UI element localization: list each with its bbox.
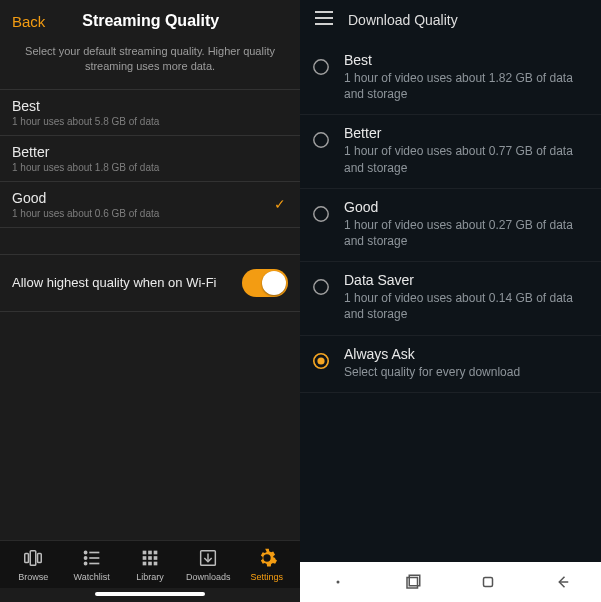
quality-option-better[interactable]: Better 1 hour uses about 1.8 GB of data (0, 135, 300, 181)
radio-unchecked-icon (312, 205, 330, 227)
tab-bar: Browse Watchlist Library (0, 540, 300, 588)
svg-rect-2 (38, 553, 42, 562)
nav-recents-icon[interactable] (393, 572, 433, 592)
header: Back Streaming Quality (0, 0, 300, 40)
option-name: Best (12, 98, 288, 114)
svg-point-25 (314, 207, 328, 221)
appbar-title: Download Quality (348, 12, 458, 28)
gear-icon (256, 547, 278, 569)
home-indicator (95, 592, 205, 596)
option-name: Good (344, 199, 585, 215)
svg-point-28 (317, 357, 324, 364)
option-sub: 1 hour of video uses about 0.27 GB of da… (344, 217, 585, 249)
quality-option-good[interactable]: Good 1 hour uses about 0.6 GB of data ✓ (0, 181, 300, 228)
page-description: Select your default streaming quality. H… (0, 40, 300, 89)
svg-rect-32 (484, 578, 493, 587)
tab-label: Downloads (186, 572, 231, 582)
svg-rect-17 (154, 562, 158, 566)
library-icon (139, 547, 161, 569)
option-sub: 1 hour of video uses about 0.77 GB of da… (344, 143, 585, 175)
svg-rect-15 (143, 562, 147, 566)
downloads-icon (197, 547, 219, 569)
radio-unchecked-icon (312, 58, 330, 80)
quality-option-best[interactable]: Best 1 hour uses about 5.8 GB of data (0, 89, 300, 135)
option-sub: Select quality for every download (344, 364, 585, 380)
svg-point-23 (314, 60, 328, 74)
app-bar: Download Quality (300, 0, 601, 42)
tab-browse[interactable]: Browse (5, 547, 61, 582)
wifi-quality-row[interactable]: Allow highest quality when on Wi-Fi (0, 254, 300, 312)
download-option-always-ask[interactable]: Always Ask Select quality for every down… (300, 336, 601, 393)
svg-rect-9 (143, 551, 147, 555)
download-option-data-saver[interactable]: Data Saver 1 hour of video uses about 0.… (300, 262, 601, 335)
checkmark-icon: ✓ (274, 196, 286, 212)
nav-menu-icon[interactable] (318, 572, 358, 592)
tab-downloads[interactable]: Downloads (180, 547, 236, 582)
svg-point-7 (84, 562, 86, 564)
page-title: Streaming Quality (13, 12, 288, 30)
tab-library[interactable]: Library (122, 547, 178, 582)
svg-point-26 (314, 280, 328, 294)
android-nav-bar (300, 562, 601, 602)
option-sub: 1 hour uses about 1.8 GB of data (12, 162, 288, 173)
ios-screen: Back Streaming Quality Select your defau… (0, 0, 300, 602)
svg-rect-12 (143, 556, 147, 560)
svg-rect-16 (148, 562, 152, 566)
radio-unchecked-icon (312, 131, 330, 153)
wifi-label: Allow highest quality when on Wi-Fi (12, 275, 216, 290)
browse-icon (22, 547, 44, 569)
option-name: Better (12, 144, 288, 160)
option-name: Good (12, 190, 288, 206)
svg-rect-0 (30, 551, 36, 566)
option-name: Better (344, 125, 585, 141)
download-option-better[interactable]: Better 1 hour of video uses about 0.77 G… (300, 115, 601, 188)
nav-back-icon[interactable] (543, 572, 583, 592)
hamburger-menu-icon[interactable] (314, 10, 334, 30)
tab-watchlist[interactable]: Watchlist (64, 547, 120, 582)
android-screen: Download Quality Best 1 hour of video us… (300, 0, 601, 602)
svg-point-29 (336, 581, 339, 584)
option-sub: 1 hour of video uses about 0.14 GB of da… (344, 290, 585, 322)
tab-label: Watchlist (73, 572, 109, 582)
option-sub: 1 hour uses about 5.8 GB of data (12, 116, 288, 127)
tab-label: Library (136, 572, 164, 582)
nav-home-icon[interactable] (468, 572, 508, 592)
radio-unchecked-icon (312, 278, 330, 300)
svg-rect-10 (148, 551, 152, 555)
svg-rect-13 (148, 556, 152, 560)
tab-label: Browse (18, 572, 48, 582)
radio-checked-icon (312, 352, 330, 374)
svg-rect-11 (154, 551, 158, 555)
option-name: Data Saver (344, 272, 585, 288)
quality-options: Best 1 hour uses about 5.8 GB of data Be… (0, 89, 300, 228)
option-name: Best (344, 52, 585, 68)
option-name: Always Ask (344, 346, 585, 362)
svg-point-3 (84, 551, 86, 553)
wifi-toggle[interactable] (242, 269, 288, 297)
svg-point-5 (84, 557, 86, 559)
tab-label: Settings (250, 572, 283, 582)
toggle-knob (262, 271, 286, 295)
svg-rect-1 (25, 553, 29, 562)
svg-point-24 (314, 133, 328, 147)
watchlist-icon (81, 547, 103, 569)
download-option-best[interactable]: Best 1 hour of video uses about 1.82 GB … (300, 42, 601, 115)
option-sub: 1 hour of video uses about 1.82 GB of da… (344, 70, 585, 102)
download-option-good[interactable]: Good 1 hour of video uses about 0.27 GB … (300, 189, 601, 262)
tab-settings[interactable]: Settings (239, 547, 295, 582)
svg-rect-14 (154, 556, 158, 560)
option-sub: 1 hour uses about 0.6 GB of data (12, 208, 288, 219)
